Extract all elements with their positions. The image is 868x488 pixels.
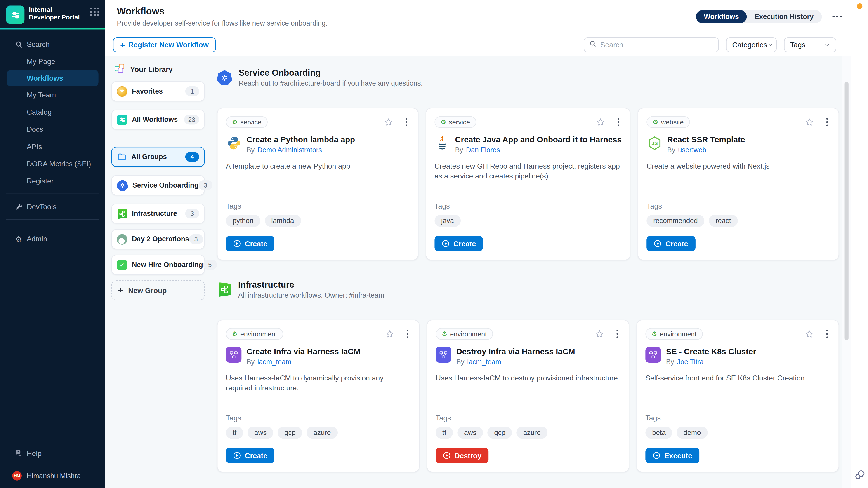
apps-grid-icon[interactable] bbox=[90, 8, 100, 16]
scrollbar-track[interactable] bbox=[842, 56, 850, 488]
author-link[interactable]: Joe Titra bbox=[677, 358, 704, 366]
type-badge: ⚙ service bbox=[434, 116, 476, 128]
library-item-infrastructure[interactable]: Infrastructure 3 bbox=[111, 203, 205, 224]
favorite-star-icon[interactable] bbox=[385, 329, 395, 339]
sidebar-divider bbox=[6, 194, 99, 194]
app-logo-icon bbox=[6, 6, 24, 24]
sidebar-divider bbox=[6, 219, 99, 220]
library-item-favorites[interactable]: ★ Favorites 1 bbox=[111, 81, 205, 101]
destroy-button[interactable]: Destroy bbox=[436, 448, 489, 463]
count-badge: 5 bbox=[203, 260, 217, 270]
tag-pill: aws bbox=[248, 427, 273, 439]
type-badge: ⚙ environment bbox=[436, 328, 493, 340]
create-button[interactable]: Create bbox=[226, 236, 274, 252]
card-menu-icon[interactable] bbox=[826, 117, 828, 127]
author-link[interactable]: iacm_team bbox=[467, 358, 501, 366]
search-input[interactable] bbox=[600, 40, 713, 48]
chat-bubbles-icon[interactable] bbox=[854, 469, 866, 483]
library-item-service-onboarding[interactable]: Service Onboarding 3 bbox=[111, 175, 205, 195]
svg-text:JS: JS bbox=[651, 140, 657, 146]
create-button[interactable]: Create bbox=[226, 448, 274, 463]
app-window: Internal Developer Portal Search My Page… bbox=[0, 0, 868, 488]
brand-row: Internal Developer Portal bbox=[0, 0, 105, 29]
gear-icon: ⚙ bbox=[232, 119, 237, 125]
sidebar-item-devtools[interactable]: DevTools bbox=[0, 198, 105, 215]
library-item-all-groups[interactable]: All Groups 4 bbox=[111, 147, 205, 167]
sidebar-item-docs[interactable]: Docs bbox=[0, 121, 105, 138]
tag-pill: aws bbox=[457, 427, 483, 439]
workflow-card-python-lambda: ⚙ service bbox=[217, 108, 418, 260]
sidebar-item-apis[interactable]: APIs bbox=[0, 138, 105, 155]
count-badge: 3 bbox=[198, 180, 213, 190]
author-link[interactable]: Dan Flores bbox=[466, 146, 500, 154]
sidebar-item-dora-metrics[interactable]: DORA Metrics (SEI) bbox=[0, 155, 105, 172]
type-badge: ⚙ environment bbox=[226, 328, 283, 340]
gear-icon: ⚙ bbox=[651, 331, 657, 337]
card-menu-icon[interactable] bbox=[405, 117, 407, 127]
author-link[interactable]: user:web bbox=[678, 146, 706, 154]
flowchart-icon bbox=[645, 347, 661, 363]
sidebar-item-help[interactable]: ? Help bbox=[0, 445, 105, 462]
favorite-star-icon[interactable] bbox=[595, 329, 604, 339]
workflow-card-create-infra: ⚙ environment bbox=[217, 320, 420, 472]
java-icon bbox=[434, 135, 450, 151]
workflows-icon bbox=[117, 114, 127, 125]
more-options-icon[interactable] bbox=[831, 15, 842, 17]
brand-underline bbox=[0, 29, 105, 30]
card-menu-icon[interactable] bbox=[618, 117, 619, 127]
count-badge: 4 bbox=[185, 152, 199, 162]
plus-icon: + bbox=[118, 285, 123, 295]
sidebar-item-search[interactable]: Search bbox=[0, 36, 105, 53]
sidebar-item-catalog[interactable]: Catalog bbox=[0, 103, 105, 121]
sidebar-item-register[interactable]: Register bbox=[0, 172, 105, 190]
flowchart-icon bbox=[226, 347, 241, 363]
count-badge: 3 bbox=[185, 208, 199, 219]
card-menu-icon[interactable] bbox=[826, 329, 828, 339]
card-menu-icon[interactable] bbox=[407, 329, 408, 339]
tags-dropdown[interactable]: Tags bbox=[784, 37, 836, 52]
tag-pill: gcp bbox=[488, 427, 512, 439]
library-item-new-hire-onboarding[interactable]: ✓ New Hire Onboarding 5 bbox=[111, 255, 205, 275]
tag-pill: tf bbox=[436, 427, 453, 439]
favorite-star-icon[interactable] bbox=[804, 117, 814, 127]
sidebar-item-workflows[interactable]: Workflows bbox=[7, 70, 98, 86]
execute-button[interactable]: Execute bbox=[645, 448, 699, 463]
view-tab-group: Workflows Execution History bbox=[695, 10, 822, 23]
favorite-star-icon[interactable] bbox=[384, 117, 393, 127]
flowchart-icon bbox=[436, 347, 451, 363]
card-menu-icon[interactable] bbox=[616, 329, 618, 339]
tag-pill: tf bbox=[226, 427, 243, 439]
tag-pill: demo bbox=[677, 427, 708, 439]
scrollbar-thumb[interactable] bbox=[845, 82, 848, 340]
user-avatar: HM bbox=[12, 471, 22, 481]
library-panel: Your Library ★ Favorites 1 All Workflows bbox=[111, 58, 205, 488]
tab-execution-history[interactable]: Execution History bbox=[747, 10, 822, 23]
help-chat-icon: ? bbox=[14, 449, 23, 458]
create-button[interactable]: Create bbox=[434, 236, 483, 252]
create-button[interactable]: Create bbox=[647, 236, 695, 252]
register-new-workflow-button[interactable]: + Register New Workflow bbox=[113, 37, 216, 52]
author-link[interactable]: Demo Administrators bbox=[257, 146, 322, 154]
categories-dropdown[interactable]: Categories bbox=[726, 37, 777, 52]
sidebar-item-my-page[interactable]: My Page bbox=[0, 53, 105, 70]
page-title: Workflows bbox=[117, 6, 328, 17]
tab-workflows[interactable]: Workflows bbox=[696, 10, 747, 23]
tag-pill: lambda bbox=[265, 215, 301, 227]
favorite-star-icon[interactable] bbox=[804, 329, 814, 339]
plus-icon: + bbox=[120, 40, 125, 49]
count-badge: 3 bbox=[189, 234, 203, 244]
library-item-day2-operations[interactable]: Day 2 Operations 3 bbox=[111, 229, 205, 249]
tag-pill: azure bbox=[517, 427, 547, 439]
favorite-star-icon[interactable] bbox=[596, 117, 605, 127]
search-icon bbox=[589, 39, 596, 50]
page-header: Workflows Provide developer self-service… bbox=[105, 0, 850, 33]
sidebar-item-my-team[interactable]: My Team bbox=[0, 86, 105, 103]
author-link[interactable]: iacm_team bbox=[257, 358, 291, 366]
library-item-all-workflows[interactable]: All Workflows 23 bbox=[111, 109, 205, 130]
check-icon: ✓ bbox=[117, 259, 127, 270]
user-menu[interactable]: HM Himanshu Mishra bbox=[0, 471, 105, 488]
new-group-button[interactable]: + New Group bbox=[111, 281, 205, 300]
tag-pill: gcp bbox=[278, 427, 303, 439]
notification-dot bbox=[857, 3, 863, 9]
sidebar-item-admin[interactable]: ⚙ Admin bbox=[0, 230, 105, 248]
